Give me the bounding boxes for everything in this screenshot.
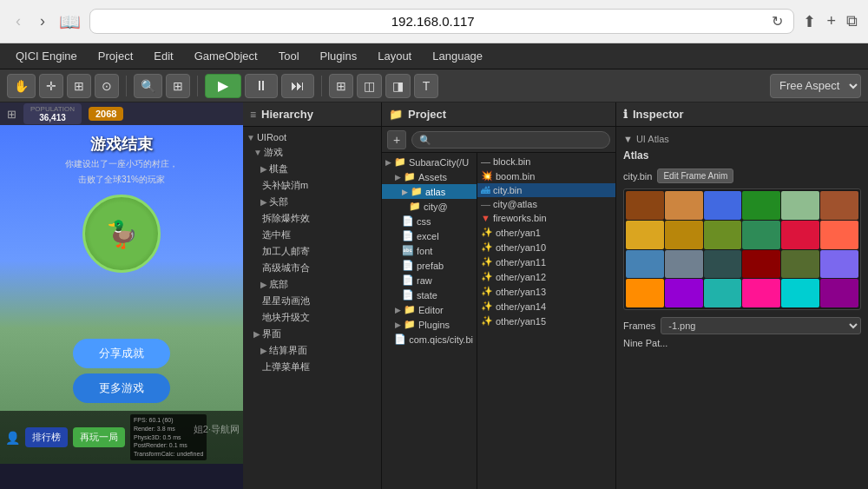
file-label-yan1: other/yan1 bbox=[496, 228, 541, 238]
arrow-editor: ▶ bbox=[395, 306, 401, 314]
tabs-icon[interactable]: ⧉ bbox=[846, 12, 858, 30]
game-title: 游戏结束 bbox=[0, 134, 243, 155]
project-search-input[interactable] bbox=[411, 131, 610, 149]
forward-button[interactable]: › bbox=[35, 10, 50, 32]
hierarchy-item-explosion[interactable]: 拆除爆炸效 bbox=[243, 210, 381, 227]
move-tool-button[interactable]: ✛ bbox=[39, 74, 63, 98]
add-tab-icon[interactable]: + bbox=[826, 12, 836, 30]
hierarchy-item-head[interactable]: ▶ 头部 bbox=[243, 194, 381, 210]
file-icon-prefab: 📄 bbox=[402, 260, 414, 271]
game-title-overlay: 游戏结束 你建设出了一座小巧的村庄， 击败了全球31%的玩家 bbox=[0, 134, 243, 186]
folder-icon-city-at: 📁 bbox=[409, 201, 421, 212]
hierarchy-item-settlement[interactable]: ▶ 结算界面 bbox=[243, 342, 381, 359]
atlas-cell-16 bbox=[742, 250, 780, 279]
game-panel-header: ⊞ POPULATION 36,413 2068 bbox=[0, 102, 243, 125]
project-add-button[interactable]: + bbox=[387, 130, 406, 149]
file-fireworks-bin[interactable]: ▼ fireworks.bin bbox=[477, 211, 615, 225]
file-boom-bin[interactable]: 💥 boom.bin bbox=[477, 169, 615, 183]
hierarchy-item-worker[interactable]: 加工人邮寄 bbox=[243, 243, 381, 260]
file-yan1[interactable]: ✨ other/yan1 bbox=[477, 225, 615, 240]
folder-assets[interactable]: ▶ 📁 Assets bbox=[382, 169, 477, 184]
ranking-button[interactable]: 排行榜 bbox=[25, 427, 68, 447]
atlas-cell-14 bbox=[665, 250, 703, 279]
hierarchy-item-board[interactable]: ▶ 棋盘 bbox=[243, 161, 381, 177]
hierarchy-item-uiroot[interactable]: ▼ UIRoot bbox=[243, 130, 381, 144]
menu-qici-engine[interactable]: QICI Engine bbox=[7, 46, 86, 66]
file-icon-boom: 💥 bbox=[481, 170, 493, 182]
hierarchy-item-select-box[interactable]: 选中框 bbox=[243, 227, 381, 243]
hand-tool-button[interactable]: ✋ bbox=[7, 74, 36, 98]
folder-raw[interactable]: 📄 raw bbox=[382, 273, 477, 287]
folder-state[interactable]: 📄 state bbox=[382, 287, 477, 302]
menu-gameobject[interactable]: GameObject bbox=[186, 46, 266, 66]
menu-tool[interactable]: Tool bbox=[270, 46, 308, 66]
file-city-bin[interactable]: 🏙 city.bin bbox=[477, 183, 615, 197]
arrow-board: ▶ bbox=[260, 164, 267, 174]
text-tool-button[interactable]: T bbox=[414, 74, 438, 98]
rotate-tool-button[interactable]: ⊙ bbox=[95, 74, 119, 98]
file-city-atlas[interactable]: — city@atlas bbox=[477, 197, 615, 211]
folder-label-assets: Assets bbox=[418, 172, 447, 182]
folder-editor[interactable]: ▶ 📁 Editor bbox=[382, 302, 477, 317]
zoom-tool-button[interactable]: 🔍 bbox=[134, 74, 162, 98]
file-yan13[interactable]: ✨ other/yan13 bbox=[477, 284, 615, 299]
scale-tool-button[interactable]: ⊞ bbox=[67, 74, 91, 98]
grid-tool-button[interactable]: ⊞ bbox=[166, 74, 190, 98]
back-button[interactable]: ‹ bbox=[10, 10, 26, 32]
folder-font[interactable]: 🔤 font bbox=[382, 243, 477, 258]
atlas-cell-12 bbox=[820, 221, 858, 249]
hierarchy-item-game[interactable]: ▼ 游戏 bbox=[243, 144, 381, 161]
toolbar-separator-1 bbox=[126, 76, 127, 96]
bookmarks-icon[interactable]: 📖 bbox=[59, 11, 81, 32]
file-icon-yan13: ✨ bbox=[481, 286, 493, 297]
obj2-button[interactable]: ◫ bbox=[357, 74, 382, 98]
play-button[interactable]: ▶ bbox=[205, 74, 241, 98]
more-games-button[interactable]: 更多游戏 bbox=[73, 373, 170, 403]
inspector-info-icon: ℹ bbox=[623, 108, 628, 121]
file-yan12[interactable]: ✨ other/yan12 bbox=[477, 269, 615, 284]
menu-layout[interactable]: Layout bbox=[369, 46, 420, 66]
folder-subara-city[interactable]: ▶ 📁 SubaraCity(/U bbox=[382, 155, 477, 169]
folder-css[interactable]: 📄 css bbox=[382, 214, 477, 228]
hierarchy-item-city-upgrade[interactable]: 高级城市合 bbox=[243, 260, 381, 276]
file-icon-yan10: ✨ bbox=[481, 241, 493, 253]
edit-frame-anim-button[interactable]: Edit Frame Anim bbox=[657, 169, 733, 183]
url-bar[interactable]: 192.168.0.117 ↻ bbox=[89, 9, 794, 34]
hierarchy-item-stars[interactable]: 星星动画池 bbox=[243, 293, 381, 309]
step-button[interactable]: ⏭ bbox=[281, 74, 314, 98]
file-yan14[interactable]: ✨ other/yan14 bbox=[477, 299, 615, 314]
hierarchy-item-bottom[interactable]: ▶ 底部 bbox=[243, 276, 381, 293]
obj3-button[interactable]: ◨ bbox=[385, 74, 411, 98]
file-yan10[interactable]: ✨ other/yan10 bbox=[477, 240, 615, 254]
menu-language[interactable]: Language bbox=[424, 46, 491, 66]
folder-plugins[interactable]: ▶ 📁 Plugins bbox=[382, 317, 477, 332]
menu-project[interactable]: Project bbox=[89, 46, 141, 66]
obj1-button[interactable]: ⊞ bbox=[329, 74, 353, 98]
hierarchy-item-ui[interactable]: ▶ 界面 bbox=[243, 326, 381, 342]
hierarchy-item-block-upgrade[interactable]: 地块升级文 bbox=[243, 309, 381, 326]
hierarchy-header: ≡ Hierarchy bbox=[243, 102, 381, 127]
frames-select[interactable]: -1.png bbox=[661, 317, 861, 334]
file-yan11[interactable]: ✨ other/yan11 bbox=[477, 254, 615, 269]
replay-button[interactable]: 再玩一局 bbox=[73, 427, 125, 447]
menu-edit[interactable]: Edit bbox=[145, 46, 181, 66]
reload-icon[interactable]: ↻ bbox=[772, 13, 783, 30]
folder-city-at[interactable]: 📁 city@ bbox=[382, 199, 477, 214]
hierarchy-item-popup-menu[interactable]: 上弹菜单框 bbox=[243, 359, 381, 375]
aspect-ratio-select[interactable]: Free Aspect bbox=[770, 74, 861, 98]
folder-prefab[interactable]: 📄 prefab bbox=[382, 258, 477, 273]
label-settlement: 结算界面 bbox=[269, 344, 307, 357]
share-icon[interactable]: ⬆ bbox=[803, 12, 816, 31]
file-block-bin[interactable]: — block.bin bbox=[477, 155, 615, 169]
label-bottom: 底部 bbox=[269, 278, 288, 291]
folder-atlas[interactable]: ▶ 📁 atlas bbox=[382, 184, 477, 199]
hierarchy-item-head-fill[interactable]: 头补缺消m bbox=[243, 177, 381, 194]
pause-button[interactable]: ⏸ bbox=[245, 74, 278, 98]
folder-excel[interactable]: 📄 excel bbox=[382, 228, 477, 243]
atlas-cell-22 bbox=[742, 279, 780, 307]
file-yan15[interactable]: ✨ other/yan15 bbox=[477, 314, 615, 328]
label-worker: 加工人邮寄 bbox=[262, 245, 310, 258]
menu-plugins[interactable]: Plugins bbox=[312, 46, 366, 66]
folder-com-qics[interactable]: 📄 com.qics/city.bi bbox=[382, 332, 477, 347]
share-achievement-button[interactable]: 分享成就 bbox=[73, 339, 170, 368]
